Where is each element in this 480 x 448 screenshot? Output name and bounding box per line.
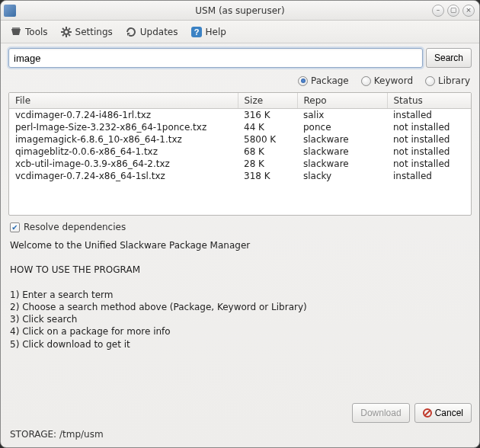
cell-repo: slackware xyxy=(297,133,387,146)
radio-keyword-label: Keyword xyxy=(374,75,413,86)
radio-library-dot xyxy=(425,76,435,86)
radio-library-label: Library xyxy=(438,75,470,86)
th-file[interactable]: File xyxy=(9,93,238,109)
content-area: Search Package Keyword Library File xyxy=(1,43,479,447)
cell-repo: slacky xyxy=(297,170,387,182)
svg-rect-0 xyxy=(12,27,20,29)
tools-icon xyxy=(10,26,22,38)
help-icon: ? xyxy=(190,26,203,38)
cancel-button-label: Cancel xyxy=(435,408,463,418)
menu-settings-label: Settings xyxy=(75,27,113,37)
gear-icon xyxy=(60,26,72,38)
menu-help-label: Help xyxy=(206,27,226,37)
cancel-button[interactable]: Cancel xyxy=(414,403,472,423)
svg-line-7 xyxy=(69,34,70,36)
svg-line-6 xyxy=(62,28,64,30)
radio-package-label: Package xyxy=(311,75,349,86)
menu-help[interactable]: ? Help xyxy=(187,24,229,40)
table-row[interactable]: qimageblitz-0.0.6-x86_64-1.txz68 Kslackw… xyxy=(9,146,471,158)
cell-file: perl-Image-Size-3.232-x86_64-1ponce.txz xyxy=(9,121,238,133)
radio-keyword[interactable]: Keyword xyxy=(361,75,413,86)
menubar: Tools Settings Updates ? Help xyxy=(1,21,479,43)
th-repo[interactable]: Repo xyxy=(297,93,387,109)
search-input[interactable] xyxy=(8,48,423,68)
cell-file: vcdimager-0.7.24-x86_64-1sl.txz xyxy=(9,170,238,182)
cell-file: vcdimager-0.7.24-i486-1rl.txz xyxy=(9,109,238,122)
menu-updates[interactable]: Updates xyxy=(122,24,181,40)
cell-size: 44 K xyxy=(238,121,297,133)
radio-package-dot xyxy=(298,76,308,86)
cell-status: not installed xyxy=(387,158,471,170)
titlebar: USM (as superuser) – ▢ × xyxy=(1,1,479,21)
bottom-buttons: Download Cancel xyxy=(8,400,472,426)
menu-updates-label: Updates xyxy=(140,27,178,37)
resolve-deps-checkbox[interactable]: ✔ xyxy=(10,222,20,232)
svg-line-8 xyxy=(62,34,64,36)
table-row[interactable]: xcb-util-image-0.3.9-x86_64-2.txz28 Ksla… xyxy=(9,158,471,170)
menu-tools-label: Tools xyxy=(25,27,48,37)
cell-repo: ponce xyxy=(297,121,387,133)
cell-status: installed xyxy=(387,170,471,182)
search-button[interactable]: Search xyxy=(426,48,472,68)
cell-repo: slackware xyxy=(297,146,387,158)
svg-line-9 xyxy=(69,28,70,30)
download-button[interactable]: Download xyxy=(352,403,409,423)
cell-file: imagemagick-6.8.6_10-x86_64-1.txz xyxy=(9,133,238,146)
svg-point-1 xyxy=(64,30,69,34)
cell-status: not installed xyxy=(387,146,471,158)
cell-size: 316 K xyxy=(238,109,297,122)
refresh-icon xyxy=(125,26,137,38)
table-row[interactable]: vcdimager-0.7.24-i486-1rl.txz316 Ksalixi… xyxy=(9,109,471,122)
cell-status: installed xyxy=(387,109,471,122)
cell-file: xcb-util-image-0.3.9-x86_64-2.txz xyxy=(9,158,238,170)
cell-size: 318 K xyxy=(238,170,297,182)
cell-repo: salix xyxy=(297,109,387,122)
menu-settings[interactable]: Settings xyxy=(57,24,116,40)
menu-tools[interactable]: Tools xyxy=(7,24,51,40)
table-row[interactable]: imagemagick-6.8.6_10-x86_64-1.txz5800 Ks… xyxy=(9,133,471,146)
search-mode-radios: Package Keyword Library xyxy=(8,72,472,92)
svg-text:?: ? xyxy=(194,27,199,37)
cancel-icon xyxy=(423,408,432,418)
radio-keyword-dot xyxy=(361,76,371,86)
resolve-deps-row[interactable]: ✔ Resolve dependencies xyxy=(8,216,472,237)
statusbar: STORAGE: /tmp/usm xyxy=(8,426,472,444)
cell-size: 68 K xyxy=(238,146,297,158)
cell-file: qimageblitz-0.0.6-x86_64-1.txz xyxy=(9,146,238,158)
cell-repo: slackware xyxy=(297,158,387,170)
radio-package[interactable]: Package xyxy=(298,75,349,86)
cell-status: not installed xyxy=(387,133,471,146)
cell-size: 5800 K xyxy=(238,133,297,146)
cell-status: not installed xyxy=(387,121,471,133)
search-row: Search xyxy=(8,48,472,68)
main-window: USM (as superuser) – ▢ × Tools Settings … xyxy=(0,0,480,448)
th-status[interactable]: Status xyxy=(387,93,471,109)
info-pane: Welcome to the Unified Slackware Package… xyxy=(8,237,472,400)
window-title: USM (as superuser) xyxy=(1,5,479,16)
th-size[interactable]: Size xyxy=(238,93,297,109)
table-row[interactable]: perl-Image-Size-3.232-x86_64-1ponce.txz4… xyxy=(9,121,471,133)
results-table[interactable]: File Size Repo Status vcdimager-0.7.24-i… xyxy=(8,92,472,216)
radio-library[interactable]: Library xyxy=(425,75,470,86)
table-header-row: File Size Repo Status xyxy=(9,93,471,109)
table-row[interactable]: vcdimager-0.7.24-x86_64-1sl.txz318 Kslac… xyxy=(9,170,471,182)
cell-size: 28 K xyxy=(238,158,297,170)
resolve-deps-label: Resolve dependencies xyxy=(24,222,126,232)
